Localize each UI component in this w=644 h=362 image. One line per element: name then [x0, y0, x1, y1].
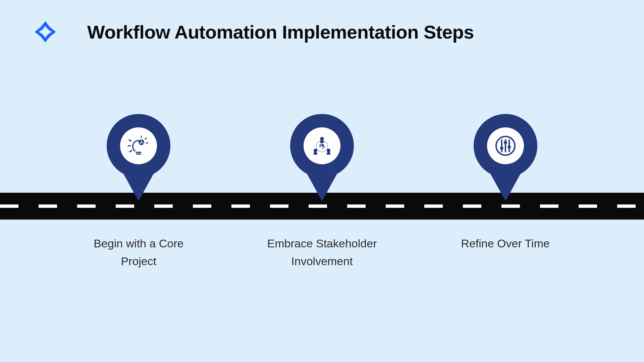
sliders-icon	[487, 127, 524, 164]
svg-line-7	[129, 140, 131, 141]
svg-point-10	[320, 137, 324, 140]
map-pin	[290, 114, 354, 201]
team-network-icon	[304, 127, 340, 164]
page-title: Workflow Automation Implementation Steps	[87, 21, 474, 43]
step-label: Begin with a Core Project	[75, 235, 202, 270]
step-3: Refine Over Time	[442, 114, 569, 270]
svg-point-11	[314, 148, 317, 152]
map-pin	[107, 114, 170, 201]
map-pin	[474, 114, 537, 201]
svg-point-20	[507, 145, 511, 149]
header: Workflow Automation Implementation Steps	[0, 0, 644, 44]
svg-point-12	[327, 148, 330, 152]
steps-row: Begin with a Core Project	[0, 114, 644, 270]
step-1: Begin with a Core Project	[75, 114, 202, 270]
step-label: Refine Over Time	[461, 235, 550, 252]
idea-gear-icon	[120, 127, 157, 164]
svg-point-19	[504, 141, 507, 144]
step-2: Embrace Stakeholder Involvement	[258, 114, 386, 270]
svg-point-18	[500, 146, 503, 150]
svg-line-9	[130, 150, 132, 152]
step-label: Embrace Stakeholder Involvement	[258, 235, 386, 270]
svg-line-2	[145, 138, 147, 139]
logo-icon	[34, 20, 57, 44]
